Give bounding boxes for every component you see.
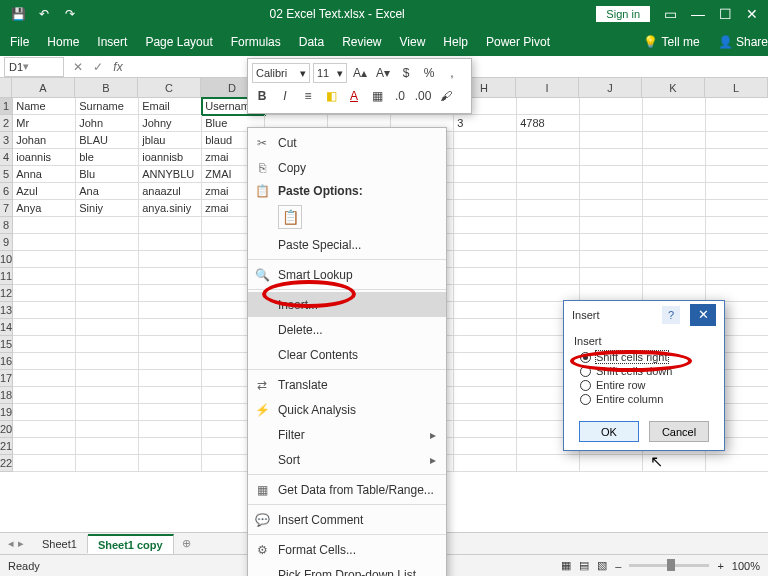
cell[interactable]: [580, 166, 643, 183]
row-header[interactable]: 15: [0, 336, 13, 353]
italic-icon[interactable]: I: [275, 86, 295, 106]
row-header[interactable]: 12: [0, 285, 13, 302]
tell-me[interactable]: 💡 Tell me: [643, 35, 699, 49]
cell[interactable]: Azul: [13, 183, 76, 200]
cell[interactable]: Ana: [76, 183, 139, 200]
cell[interactable]: [517, 183, 580, 200]
cell[interactable]: [139, 353, 202, 370]
dialog-help-icon[interactable]: ?: [662, 306, 680, 324]
tab-formulas[interactable]: Formulas: [231, 35, 281, 49]
cell[interactable]: [139, 217, 202, 234]
sheet-tab[interactable]: Sheet1 copy: [88, 534, 174, 554]
cell[interactable]: [517, 149, 580, 166]
comma-format-icon[interactable]: ,: [442, 63, 462, 83]
cell[interactable]: [517, 200, 580, 217]
cell[interactable]: [643, 183, 706, 200]
tab-file[interactable]: File: [10, 35, 29, 49]
menu-quick-analysis[interactable]: ⚡Quick Analysis: [248, 397, 446, 422]
format-painter-icon[interactable]: 🖌: [436, 86, 456, 106]
cell[interactable]: [580, 217, 643, 234]
tab-help[interactable]: Help: [443, 35, 468, 49]
cell[interactable]: Johny: [139, 115, 202, 132]
cell[interactable]: [643, 268, 706, 285]
cancel-formula-icon[interactable]: ✕: [68, 60, 88, 74]
cell[interactable]: [13, 455, 76, 472]
tab-page-layout[interactable]: Page Layout: [145, 35, 212, 49]
column-header[interactable]: K: [642, 78, 705, 97]
cell[interactable]: [643, 98, 706, 115]
cell[interactable]: Mr: [13, 115, 76, 132]
cell[interactable]: [13, 404, 76, 421]
cell[interactable]: Email: [139, 98, 202, 115]
column-header[interactable]: J: [579, 78, 642, 97]
row-header[interactable]: 9: [0, 234, 13, 251]
cell[interactable]: [706, 183, 768, 200]
cell[interactable]: [139, 285, 202, 302]
tab-home[interactable]: Home: [47, 35, 79, 49]
cell[interactable]: Siniy: [76, 200, 139, 217]
cell[interactable]: [454, 404, 517, 421]
cell[interactable]: [643, 115, 706, 132]
menu-sort[interactable]: Sort▸: [248, 447, 446, 472]
decrease-decimal-icon[interactable]: .00: [413, 86, 433, 106]
cell[interactable]: [139, 404, 202, 421]
menu-smart-lookup[interactable]: 🔍Smart Lookup: [248, 262, 446, 287]
menu-paste-special[interactable]: Paste Special...: [248, 232, 446, 257]
cell[interactable]: [139, 336, 202, 353]
fx-icon[interactable]: fx: [108, 60, 128, 74]
accounting-format-icon[interactable]: $: [396, 63, 416, 83]
cell[interactable]: [76, 217, 139, 234]
cell[interactable]: [76, 353, 139, 370]
menu-pick-dropdown[interactable]: Pick From Drop-down List...: [248, 562, 446, 576]
cell[interactable]: [76, 387, 139, 404]
view-layout-icon[interactable]: ▤: [579, 559, 589, 572]
dialog-titlebar[interactable]: Insert ? ✕: [564, 301, 724, 329]
cell[interactable]: [76, 285, 139, 302]
cell[interactable]: anaazul: [139, 183, 202, 200]
cell[interactable]: [76, 302, 139, 319]
menu-translate[interactable]: ⇄Translate: [248, 372, 446, 397]
cell[interactable]: [76, 370, 139, 387]
tab-power-pivot[interactable]: Power Pivot: [486, 35, 550, 49]
cell[interactable]: [454, 387, 517, 404]
tab-data[interactable]: Data: [299, 35, 324, 49]
cell[interactable]: [706, 251, 768, 268]
view-break-icon[interactable]: ▧: [597, 559, 607, 572]
save-icon[interactable]: 💾: [10, 6, 26, 22]
sign-in-button[interactable]: Sign in: [596, 6, 650, 22]
cell[interactable]: [706, 166, 768, 183]
sheet-nav-last-icon[interactable]: ▸: [18, 537, 24, 550]
cell[interactable]: ANNYBLU: [139, 166, 202, 183]
cell[interactable]: [580, 132, 643, 149]
cancel-button[interactable]: Cancel: [649, 421, 709, 442]
cell[interactable]: [454, 285, 517, 302]
cell[interactable]: ioannis: [13, 149, 76, 166]
cell[interactable]: [13, 251, 76, 268]
cell[interactable]: [76, 421, 139, 438]
font-size-selector[interactable]: 11▾: [313, 63, 347, 83]
cell[interactable]: [580, 268, 643, 285]
fill-color-icon[interactable]: ◧: [321, 86, 341, 106]
radio-entire-row[interactable]: Entire row: [574, 379, 714, 391]
cell[interactable]: [580, 251, 643, 268]
row-header[interactable]: 22: [0, 455, 13, 472]
paste-option-icon[interactable]: 📋: [278, 205, 302, 229]
align-icon[interactable]: ≡: [298, 86, 318, 106]
zoom-in-icon[interactable]: +: [717, 560, 723, 572]
cell[interactable]: [454, 319, 517, 336]
cell[interactable]: [13, 217, 76, 234]
cell[interactable]: [643, 217, 706, 234]
cell[interactable]: Anya: [13, 200, 76, 217]
cell[interactable]: Surname: [76, 98, 139, 115]
row-header[interactable]: 21: [0, 438, 13, 455]
cell[interactable]: [580, 115, 643, 132]
name-box[interactable]: D1▾: [4, 57, 64, 77]
cell[interactable]: [454, 353, 517, 370]
cell[interactable]: ioannisb: [139, 149, 202, 166]
cell[interactable]: [139, 421, 202, 438]
share-button[interactable]: 👤 Share: [718, 35, 768, 49]
undo-icon[interactable]: ↶: [36, 6, 52, 22]
cell[interactable]: [454, 217, 517, 234]
row-header[interactable]: 4: [0, 149, 13, 166]
cell[interactable]: [76, 455, 139, 472]
